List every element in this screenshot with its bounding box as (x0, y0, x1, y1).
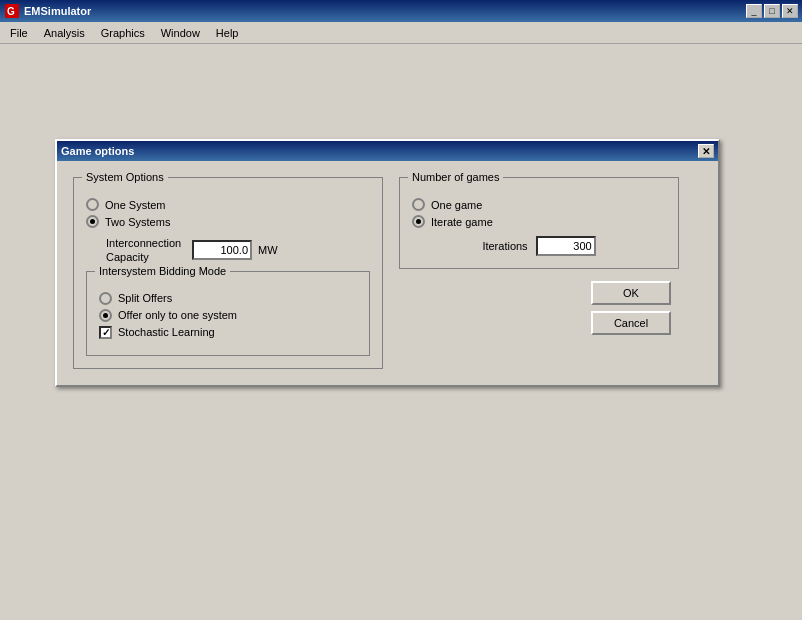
interconnection-label: Interconnection Capacity (106, 236, 186, 265)
system-options-label: System Options (82, 171, 168, 183)
menu-file[interactable]: File (2, 25, 36, 41)
menu-analysis[interactable]: Analysis (36, 25, 93, 41)
menu-graphics[interactable]: Graphics (93, 25, 153, 41)
number-of-games-label: Number of games (408, 171, 503, 183)
bidding-mode-label: Intersystem Bidding Mode (95, 265, 230, 277)
stochastic-checkbox[interactable]: ✓ (99, 326, 112, 339)
maximize-button[interactable]: □ (764, 4, 780, 18)
iterations-label: Iterations (482, 240, 527, 252)
split-offers-radio[interactable] (99, 292, 112, 305)
split-offers-row: Split Offers (99, 292, 357, 305)
one-game-row: One game (412, 198, 666, 211)
left-panel: System Options One System Two Systems In… (73, 177, 383, 369)
menu-help[interactable]: Help (208, 25, 247, 41)
one-game-label: One game (431, 199, 482, 211)
system-options-group: System Options One System Two Systems In… (73, 177, 383, 369)
close-button[interactable]: ✕ (782, 4, 798, 18)
number-of-games-group: Number of games One game Iterate game It… (399, 177, 679, 269)
offer-only-label: Offer only to one system (118, 309, 237, 321)
right-panel: Number of games One game Iterate game It… (399, 177, 679, 369)
iterations-input[interactable] (536, 236, 596, 256)
title-bar-buttons: _ □ ✕ (746, 4, 798, 18)
title-bar: G EMSimulator _ □ ✕ (0, 0, 802, 22)
cancel-button[interactable]: Cancel (591, 311, 671, 335)
two-systems-radio[interactable] (86, 215, 99, 228)
two-systems-row: Two Systems (86, 215, 370, 228)
one-game-radio[interactable] (412, 198, 425, 211)
interconnection-row: Interconnection Capacity MW (106, 236, 370, 265)
iterate-game-row: Iterate game (412, 215, 666, 228)
split-offers-label: Split Offers (118, 292, 172, 304)
one-system-label: One System (105, 199, 166, 211)
dialog-close-button[interactable]: ✕ (698, 144, 714, 158)
minimize-button[interactable]: _ (746, 4, 762, 18)
dialog-title-bar: Game options ✕ (57, 141, 718, 161)
offer-only-row: Offer only to one system (99, 309, 357, 322)
iterations-row: Iterations (412, 236, 666, 256)
ok-button[interactable]: OK (591, 281, 671, 305)
app-title: EMSimulator (24, 5, 746, 17)
iterate-game-label: Iterate game (431, 216, 493, 228)
bidding-mode-group: Intersystem Bidding Mode Split Offers Of… (86, 271, 370, 356)
interconnection-input[interactable] (192, 240, 252, 260)
svg-text:G: G (7, 6, 15, 17)
dialog-title: Game options (61, 145, 134, 157)
game-options-dialog: Game options ✕ System Options One System (55, 139, 720, 387)
menu-bar: File Analysis Graphics Window Help (0, 22, 802, 44)
main-area: Game options ✕ System Options One System (0, 44, 802, 620)
app-icon: G (4, 3, 20, 19)
iterate-game-radio[interactable] (412, 215, 425, 228)
stochastic-label: Stochastic Learning (118, 326, 215, 338)
one-system-radio[interactable] (86, 198, 99, 211)
two-systems-label: Two Systems (105, 216, 170, 228)
offer-only-radio[interactable] (99, 309, 112, 322)
stochastic-row: ✓ Stochastic Learning (99, 326, 357, 339)
dialog-body: System Options One System Two Systems In… (57, 161, 718, 385)
one-system-row: One System (86, 198, 370, 211)
dialog-buttons: OK Cancel (399, 281, 679, 343)
menu-window[interactable]: Window (153, 25, 208, 41)
interconnection-unit: MW (258, 244, 278, 256)
